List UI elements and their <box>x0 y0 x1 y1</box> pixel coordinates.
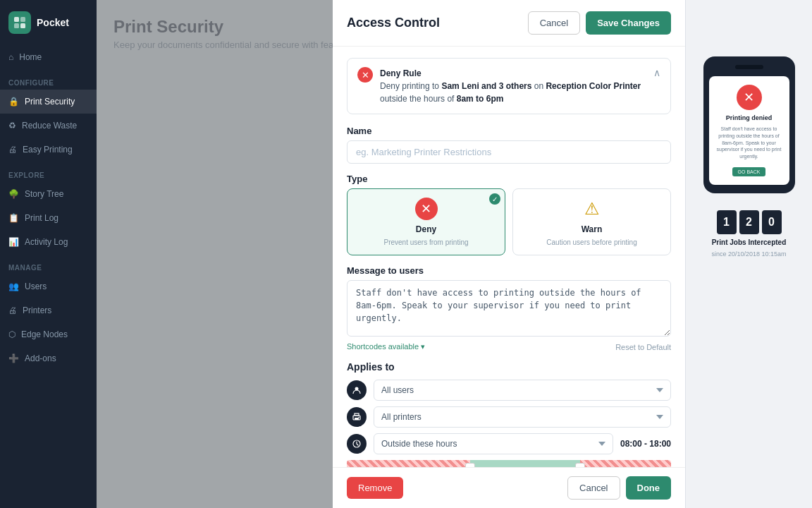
logo: Pocket <box>0 0 97 45</box>
printers-row: All printers <box>347 406 671 428</box>
time-applies-icon <box>347 434 367 454</box>
users-label: Users <box>25 282 47 291</box>
modal-title: Access Control <box>347 16 440 30</box>
phone-notch <box>735 65 763 69</box>
intercepted-label: Print Jobs Intercepted <box>712 238 787 246</box>
reset-link[interactable]: Reset to Default <box>615 343 671 351</box>
svg-rect-6 <box>355 413 359 416</box>
time-slider-container: ⋮ ⋮ 8am 12pm 6pm <box>347 460 671 467</box>
cancel-button[interactable]: Cancel <box>528 11 580 35</box>
counter-digit-2: 2 <box>739 210 759 234</box>
main-area: Print Security Keep your documents confi… <box>97 0 812 508</box>
time-select[interactable]: Outside these hours <box>374 433 613 454</box>
print-security-label: Print Security <box>25 97 75 107</box>
deny-rule-card: ✕ Deny Rule Deny printing to Sam Leni an… <box>347 58 671 114</box>
configure-section: CONFIGURE <box>0 69 97 90</box>
footer-right-buttons: Cancel Done <box>567 476 671 500</box>
applies-to-title: Applies to <box>347 361 671 373</box>
sidebar-item-reduce-waste[interactable]: ♻ Reduce Waste <box>0 114 97 138</box>
type-group: Type ✓ ✕ Deny Prevent users from printin… <box>347 174 671 255</box>
phone-denied-title: Printing denied <box>726 114 773 121</box>
modal-footer: Remove Cancel Done <box>333 467 685 508</box>
sidebar-item-add-ons[interactable]: ➕ Add-ons <box>0 346 97 370</box>
logo-icon <box>8 11 31 34</box>
phone-denied-text: Staff don't have access to printing outs… <box>715 126 784 160</box>
printers-select[interactable]: All printers <box>374 406 671 428</box>
users-applies-icon <box>347 380 367 400</box>
users-icon: 👥 <box>8 282 19 291</box>
time-track: ⋮ ⋮ <box>347 460 671 467</box>
svg-rect-2 <box>14 23 19 28</box>
footer-cancel-button[interactable]: Cancel <box>567 476 620 500</box>
phone-screen: ✕ Printing denied Staff don't have acces… <box>709 76 789 185</box>
time-row: Outside these hours 08:00 - 18:00 <box>347 433 671 454</box>
counter-digit-1: 1 <box>717 210 737 234</box>
save-button[interactable]: Save Changes <box>586 11 671 35</box>
warn-icon: ⚠ <box>581 198 603 220</box>
warn-type-card[interactable]: ⚠ Warn Caution users before printing <box>512 188 671 255</box>
print-security-icon: 🔒 <box>8 97 19 107</box>
shortcodes-row: Shortcodes available ▾ Reset to Default <box>347 342 671 351</box>
shortcodes-link[interactable]: Shortcodes available ▾ <box>347 342 425 351</box>
right-panel: ✕ Printing denied Staff don't have acces… <box>685 0 812 508</box>
counter-row: 1 2 0 <box>717 210 782 234</box>
add-ons-icon: ➕ <box>8 353 19 363</box>
phone-deny-icon: ✕ <box>737 85 762 110</box>
activity-log-icon: 📊 <box>8 237 19 247</box>
sidebar-item-users[interactable]: 👥 Users <box>0 274 97 298</box>
name-group: Name <box>347 126 671 164</box>
svg-rect-7 <box>355 418 359 420</box>
edge-nodes-label: Edge Nodes <box>21 329 68 339</box>
easy-printing-label: Easy Printing <box>23 145 73 155</box>
warn-type-desc: Caution users before printing <box>546 238 636 246</box>
printers-label: Printers <box>23 306 51 315</box>
done-button[interactable]: Done <box>626 476 672 500</box>
name-label: Name <box>347 126 671 136</box>
name-input[interactable] <box>347 140 671 164</box>
svg-rect-3 <box>20 23 25 28</box>
users-row: All users <box>347 380 671 401</box>
printers-applies-icon <box>347 407 367 427</box>
slider-handle-right[interactable]: ⋮ <box>575 463 585 467</box>
app-name: Pocket <box>37 17 69 28</box>
modal-body: ✕ Deny Rule Deny printing to Sam Leni an… <box>333 47 685 467</box>
message-textarea[interactable]: Staff don't have access to printing outs… <box>347 280 671 337</box>
svg-point-8 <box>358 417 359 418</box>
sidebar-item-story-tree[interactable]: 🌳 Story Tree <box>0 182 97 206</box>
applies-to-group: Applies to All users <box>347 361 671 467</box>
story-tree-icon: 🌳 <box>8 189 19 199</box>
warn-type-label: Warn <box>582 224 603 234</box>
sidebar-item-easy-printing[interactable]: 🖨 Easy Printing <box>0 138 97 162</box>
type-grid: ✓ ✕ Deny Prevent users from printing ⚠ W… <box>347 188 671 255</box>
modal-spacer <box>97 0 333 508</box>
edge-nodes-icon: ⬡ <box>8 329 16 339</box>
slider-handle-left[interactable]: ⋮ <box>465 463 475 467</box>
intercepted-date: since 20/10/2018 10:15am <box>711 250 786 258</box>
deny-rule-icon: ✕ <box>357 67 373 83</box>
modal-header: Access Control Cancel Save Changes <box>333 0 685 47</box>
deny-check-icon: ✓ <box>489 193 500 205</box>
activity-log-label: Activity Log <box>25 237 68 247</box>
counter-area: 1 2 0 Print Jobs Intercepted since 20/10… <box>711 210 786 258</box>
sidebar-item-edge-nodes[interactable]: ⬡ Edge Nodes <box>0 322 97 346</box>
users-select[interactable]: All users <box>374 380 671 401</box>
sidebar-item-print-log[interactable]: 📋 Print Log <box>0 206 97 230</box>
manage-section: MANAGE <box>0 254 97 274</box>
phone-go-back: GO BACK <box>732 167 766 176</box>
deny-rule-text: Deny Rule Deny printing to Sam Leni and … <box>380 67 646 105</box>
time-denied-left <box>347 460 470 467</box>
deny-icon: ✕ <box>415 198 438 220</box>
modal: Access Control Cancel Save Changes ✕ Den… <box>333 0 685 508</box>
add-ons-label: Add-ons <box>25 353 56 363</box>
sidebar-item-activity-log[interactable]: 📊 Activity Log <box>0 230 97 254</box>
collapse-icon[interactable]: ∧ <box>653 67 660 78</box>
sidebar-item-print-security[interactable]: 🔒 Print Security <box>0 90 97 114</box>
modal-area: Access Control Cancel Save Changes ✕ Den… <box>97 0 812 508</box>
sidebar-item-printers[interactable]: 🖨 Printers <box>0 298 97 322</box>
sidebar-item-home[interactable]: ⌂ Home <box>0 45 97 69</box>
story-tree-label: Story Tree <box>25 189 63 199</box>
time-denied-right <box>580 460 671 467</box>
remove-button[interactable]: Remove <box>347 477 403 499</box>
deny-type-card[interactable]: ✓ ✕ Deny Prevent users from printing <box>347 188 505 255</box>
svg-rect-0 <box>14 17 19 22</box>
